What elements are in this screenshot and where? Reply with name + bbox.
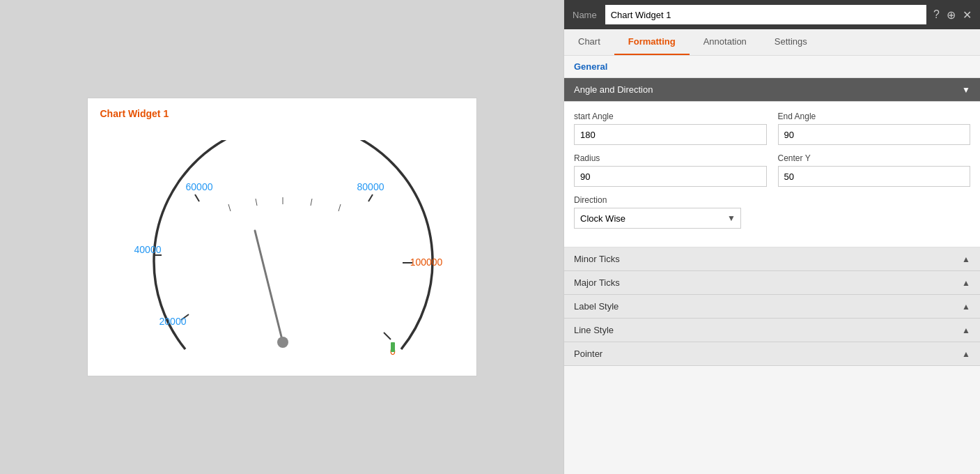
start-angle-input[interactable]: [574, 124, 767, 145]
widget-title: Chart Widget 1: [100, 108, 169, 119]
radius-label: Radius: [574, 153, 767, 163]
svg-line-9: [368, 194, 373, 201]
major-ticks-header[interactable]: Major Ticks ▲: [564, 271, 980, 295]
label-style-header[interactable]: Label Style ▲: [564, 295, 980, 319]
help-icon[interactable]: ?: [933, 8, 940, 22]
tabs-bar: Chart Formatting Annotation Settings: [564, 29, 980, 56]
svg-line-8: [195, 194, 199, 201]
pointer-title: Pointer: [574, 349, 602, 359]
svg-line-17: [255, 231, 283, 342]
radius-row: Radius Center Y: [574, 153, 970, 187]
svg-line-5: [384, 332, 391, 339]
center-y-input[interactable]: [778, 166, 971, 187]
tab-chart[interactable]: Chart: [564, 29, 614, 55]
tab-settings[interactable]: Settings: [761, 29, 821, 55]
widget-container: Chart Widget 1: [87, 98, 477, 376]
line-style-title: Line Style: [574, 325, 614, 335]
pointer-header[interactable]: Pointer ▲: [564, 342, 980, 366]
direction-select-wrapper: Clock Wise Counter Clock Wise ▼: [574, 208, 741, 229]
svg-rect-19: [391, 342, 395, 352]
minor-ticks-chevron: ▲: [962, 254, 970, 264]
widget-name-input[interactable]: [605, 5, 926, 24]
svg-line-1: [311, 199, 312, 206]
center-y-group: Center Y: [778, 153, 971, 187]
right-panel: Name ? ⊕ ✕ Chart Formatting Annotation S…: [563, 0, 980, 474]
end-angle-label: End Angle: [778, 112, 971, 121]
label-style-title: Label Style: [574, 301, 619, 312]
svg-text:100000: 100000: [410, 257, 442, 268]
svg-line-2: [339, 204, 341, 211]
angle-direction-chevron: ▼: [962, 85, 970, 95]
major-ticks-chevron: ▲: [962, 278, 970, 288]
svg-text:40000: 40000: [134, 244, 161, 255]
direction-row: Direction Clock Wise Counter Clock Wise …: [574, 195, 970, 229]
start-angle-group: start Angle: [574, 112, 767, 145]
move-icon[interactable]: ⊕: [947, 8, 956, 22]
close-icon[interactable]: ✕: [963, 8, 972, 22]
svg-text:80000: 80000: [357, 181, 384, 192]
minor-ticks-header[interactable]: Minor Ticks ▲: [564, 247, 980, 271]
tab-annotation[interactable]: Annotation: [690, 29, 761, 55]
line-style-header[interactable]: Line Style ▲: [564, 319, 980, 342]
direction-label: Direction: [574, 195, 970, 205]
angle-direction-body: start Angle End Angle Radius Center Y: [564, 102, 980, 247]
svg-text:20000: 20000: [159, 316, 186, 327]
end-angle-input[interactable]: [778, 124, 971, 145]
svg-line-3: [256, 199, 257, 206]
start-angle-label: start Angle: [574, 112, 767, 121]
angles-row: start Angle End Angle: [574, 112, 970, 145]
svg-point-18: [277, 337, 288, 348]
line-style-chevron: ▲: [962, 326, 970, 335]
canvas-area: Chart Widget 1: [0, 0, 563, 474]
end-angle-group: End Angle: [778, 112, 971, 145]
angle-direction-header[interactable]: Angle and Direction ▼: [564, 78, 980, 102]
major-ticks-title: Major Ticks: [574, 277, 620, 288]
minor-ticks-title: Minor Ticks: [574, 254, 620, 264]
angle-direction-title: Angle and Direction: [574, 84, 653, 95]
radius-input[interactable]: [574, 166, 767, 187]
center-y-label: Center Y: [778, 153, 971, 163]
svg-line-4: [228, 204, 231, 211]
svg-text:60000: 60000: [185, 181, 212, 192]
gauge-svg: 0 20000 40000 60000 80000 100000: [123, 140, 443, 391]
general-label: General: [564, 56, 980, 78]
header-bar: Name ? ⊕ ✕: [564, 0, 980, 29]
label-style-chevron: ▲: [962, 302, 970, 312]
direction-select[interactable]: Clock Wise Counter Clock Wise: [574, 208, 741, 229]
tab-formatting[interactable]: Formatting: [614, 29, 690, 55]
header-icons: ? ⊕ ✕: [933, 8, 972, 22]
direction-group: Direction Clock Wise Counter Clock Wise …: [574, 195, 970, 229]
radius-group: Radius: [574, 153, 767, 187]
panel-content: Angle and Direction ▼ start Angle End An…: [564, 78, 980, 474]
pointer-chevron: ▲: [962, 349, 970, 359]
name-label: Name: [573, 10, 597, 20]
